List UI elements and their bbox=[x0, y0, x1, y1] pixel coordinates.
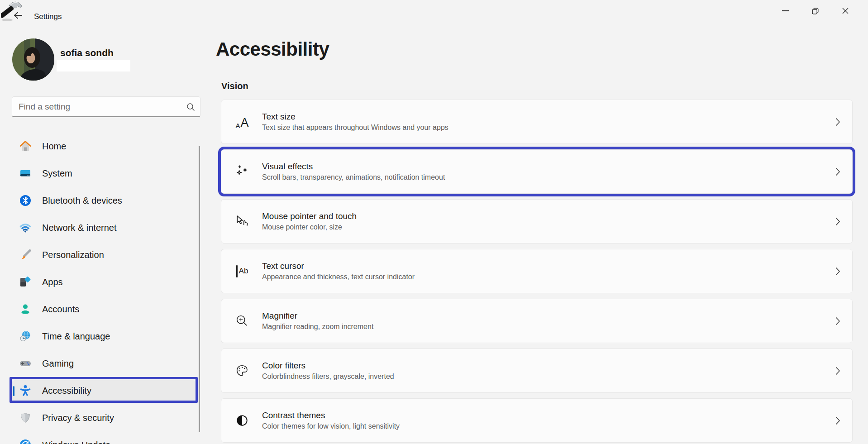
personalization-icon bbox=[19, 248, 32, 261]
visual-effects-icon bbox=[235, 164, 249, 179]
card-text-cursor[interactable]: Ab Text cursor Appearance and thickness,… bbox=[221, 249, 853, 293]
card-title: Text cursor bbox=[262, 261, 415, 271]
search-icon bbox=[186, 103, 195, 113]
gaming-icon bbox=[19, 357, 32, 370]
profile-name: sofia sondh bbox=[60, 48, 114, 58]
bluetooth-icon bbox=[19, 194, 32, 207]
network-icon bbox=[19, 221, 32, 234]
card-subtitle: Appearance and thickness, text cursor in… bbox=[262, 273, 415, 281]
sidebar-item-privacy-security[interactable]: Privacy & security bbox=[10, 408, 198, 428]
magnifier-icon bbox=[235, 314, 249, 328]
sidebar-scrollbar[interactable] bbox=[199, 146, 200, 432]
card-subtitle: Color themes for low vision, light sensi… bbox=[262, 422, 400, 430]
selected-item-background bbox=[12, 380, 195, 401]
sidebar-item-time-language[interactable]: Time & language bbox=[10, 326, 198, 346]
home-icon bbox=[19, 140, 32, 153]
card-title: Visual effects bbox=[262, 162, 445, 172]
card-mouse-pointer-touch[interactable]: Mouse pointer and touch Mouse pointer co… bbox=[221, 199, 853, 243]
card-text-size[interactable]: AA Text size Text size that appears thro… bbox=[221, 100, 853, 144]
titlebar: Settings bbox=[0, 0, 868, 23]
card-subtitle: Magnifier reading, zoom increment bbox=[262, 323, 373, 331]
sidebar-item-system[interactable]: System bbox=[10, 163, 198, 183]
page-title: Accessibility bbox=[216, 38, 329, 60]
card-subtitle: Mouse pointer color, size bbox=[262, 223, 357, 231]
contrast-themes-icon bbox=[235, 413, 249, 428]
apps-icon bbox=[19, 276, 32, 288]
maximize-restore-button[interactable] bbox=[805, 3, 825, 19]
card-subtitle: Colorblindness filters, grayscale, inver… bbox=[262, 372, 394, 381]
mouse-pointer-icon bbox=[235, 214, 249, 229]
chevron-right-icon bbox=[835, 167, 840, 176]
card-visual-effects[interactable]: Visual effects Scroll bars, transparency… bbox=[221, 149, 853, 194]
minimize-icon bbox=[782, 10, 789, 11]
card-magnifier[interactable]: Magnifier Magnifier reading, zoom increm… bbox=[221, 299, 853, 343]
card-contrast-themes[interactable]: Contrast themes Color themes for low vis… bbox=[221, 398, 853, 443]
card-title: Magnifier bbox=[262, 311, 373, 321]
sidebar-item-bluetooth-devices[interactable]: Bluetooth & devices bbox=[10, 191, 198, 210]
sidebar-item-gaming[interactable]: Gaming bbox=[10, 353, 198, 373]
shield-icon bbox=[19, 411, 32, 424]
sidebar-item-accounts[interactable]: Accounts bbox=[10, 299, 198, 319]
text-cursor-icon: Ab bbox=[235, 264, 249, 278]
sidebar-item-windows-update[interactable]: Windows Update bbox=[10, 435, 198, 444]
window-title: Settings bbox=[34, 12, 62, 21]
card-title: Contrast themes bbox=[262, 411, 400, 420]
avatar bbox=[12, 38, 54, 81]
text-size-icon: AA bbox=[235, 115, 249, 129]
close-button[interactable] bbox=[835, 3, 856, 19]
windows-update-icon bbox=[19, 439, 32, 444]
chevron-right-icon bbox=[835, 317, 840, 325]
settings-card-list: AA Text size Text size that appears thro… bbox=[221, 100, 853, 444]
profile-email-redacted bbox=[57, 60, 130, 72]
accessibility-icon bbox=[19, 384, 32, 397]
card-subtitle: Scroll bars, transparency, animations, n… bbox=[262, 173, 445, 181]
system-icon bbox=[19, 167, 32, 180]
chevron-right-icon bbox=[835, 118, 840, 126]
sidebar-item-accessibility[interactable]: Accessibility bbox=[10, 381, 198, 401]
settings-window: Settings bbox=[0, 0, 868, 444]
color-filters-icon bbox=[235, 363, 249, 378]
sidebar-item-personalization[interactable]: Personalization bbox=[10, 245, 198, 265]
sidebar-item-network-internet[interactable]: Network & internet bbox=[10, 218, 198, 238]
chevron-right-icon bbox=[835, 217, 840, 226]
card-subtitle: Text size that appears throughout Window… bbox=[262, 124, 448, 132]
chevron-right-icon bbox=[835, 416, 840, 425]
sidebar-item-apps[interactable]: Apps bbox=[10, 272, 198, 292]
card-title: Text size bbox=[262, 112, 448, 122]
selected-accent-pill bbox=[13, 386, 14, 396]
accounts-icon bbox=[19, 303, 32, 315]
close-icon bbox=[842, 8, 849, 14]
chevron-right-icon bbox=[835, 267, 840, 276]
card-title: Mouse pointer and touch bbox=[262, 211, 357, 221]
chevron-right-icon bbox=[835, 367, 840, 375]
section-label-vision: Vision bbox=[221, 81, 248, 91]
minimize-button[interactable] bbox=[775, 3, 796, 19]
restore-icon bbox=[812, 8, 819, 14]
card-color-filters[interactable]: Color filters Colorblindness filters, gr… bbox=[221, 349, 853, 393]
card-title: Color filters bbox=[262, 361, 394, 371]
sidebar-item-home[interactable]: Home bbox=[10, 136, 198, 156]
hammer-cursor-icon bbox=[1, 0, 24, 23]
time-language-icon bbox=[19, 330, 32, 343]
search-input[interactable] bbox=[12, 97, 200, 116]
search-box bbox=[12, 96, 200, 117]
